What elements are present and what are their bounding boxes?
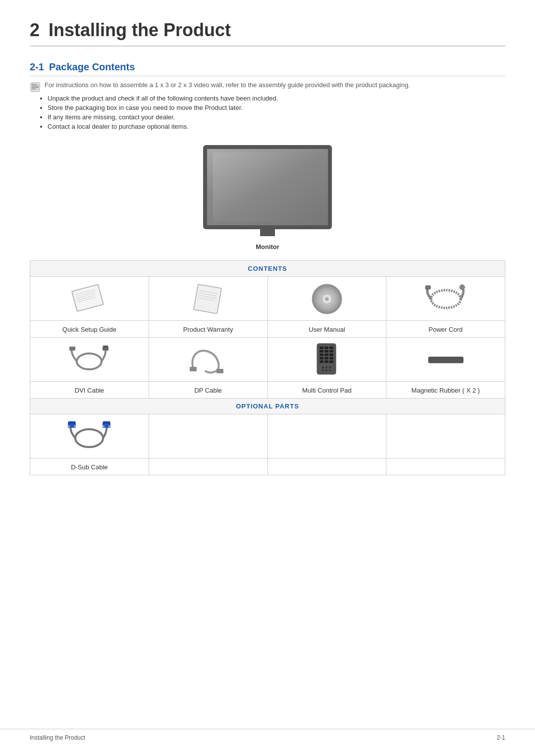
svg-point-57 <box>68 425 70 427</box>
svg-rect-56 <box>68 421 75 424</box>
monitor-image <box>203 145 332 229</box>
monitor-label: Monitor <box>256 243 279 251</box>
contents-label-row-1: Quick Setup Guide Product Warranty User … <box>30 321 505 338</box>
d-sub-cable-img <box>33 419 146 454</box>
svg-rect-33 <box>324 347 328 349</box>
svg-rect-44 <box>320 360 323 363</box>
svg-rect-30 <box>216 369 223 373</box>
contents-header-row: CONTENTS <box>30 261 505 277</box>
svg-point-22 <box>431 290 461 308</box>
optional-empty-1-cell <box>149 414 268 458</box>
bullet-list: Unpack the product and check if all of t… <box>48 95 505 130</box>
svg-rect-3 <box>32 87 39 88</box>
chapter-num: 2 <box>30 20 40 40</box>
svg-point-48 <box>325 366 327 368</box>
svg-point-47 <box>322 366 324 368</box>
d-sub-cable-label: D-Sub Cable <box>71 463 107 471</box>
optional-image-row <box>30 414 505 458</box>
footer-left: Installing the Product <box>30 734 85 741</box>
page-title: 2Installing the Product <box>30 20 505 47</box>
product-warranty-label: Product Warranty <box>183 326 233 333</box>
svg-rect-29 <box>190 367 197 371</box>
contents-table: CONTENTS <box>30 260 505 475</box>
svg-rect-42 <box>324 357 328 359</box>
footer-right: 2-1 <box>497 734 505 741</box>
contents-label-row-2: DVI Cable DP Cable Multi Control Pad Mag… <box>30 382 505 399</box>
svg-rect-36 <box>324 350 328 353</box>
user-manual-label-cell: User Manual <box>268 321 386 338</box>
svg-rect-35 <box>320 350 323 353</box>
product-warranty-cell <box>149 277 268 321</box>
monitor-section: Monitor <box>30 145 505 251</box>
dvi-cable-cell <box>30 338 149 382</box>
footer: Installing the Product 2-1 <box>0 729 535 741</box>
power-cord-img <box>389 282 502 316</box>
svg-point-58 <box>74 425 76 427</box>
product-warranty-label-cell: Product Warranty <box>149 321 268 338</box>
svg-rect-32 <box>320 347 323 349</box>
svg-rect-4 <box>32 89 36 90</box>
svg-rect-28 <box>103 346 108 348</box>
quick-setup-guide-img <box>33 282 146 316</box>
svg-point-54 <box>75 429 103 447</box>
optional-header-cell: OPTIONAL PARTS <box>30 399 505 414</box>
svg-point-62 <box>108 425 110 427</box>
svg-rect-13 <box>194 284 221 314</box>
multi-control-pad-label: Multi Control Pad <box>302 387 352 394</box>
contents-header-cell: CONTENTS <box>30 261 505 277</box>
svg-point-25 <box>77 353 102 369</box>
power-cord-label-cell: Power Cord <box>386 321 505 338</box>
dp-cable-label-cell: DP Cable <box>149 382 268 399</box>
magnetic-rubber-cell <box>386 338 505 382</box>
svg-rect-53 <box>428 357 463 363</box>
svg-rect-40 <box>329 353 333 356</box>
svg-rect-34 <box>329 347 333 349</box>
contents-image-row-1 <box>30 277 505 321</box>
multi-control-pad-label-cell: Multi Control Pad <box>268 382 386 399</box>
bullet-item-4: Contact a local dealer to purchase optio… <box>48 123 505 130</box>
dvi-cable-label: DVI Cable <box>75 387 104 394</box>
user-manual-label: User Manual <box>309 326 345 333</box>
contents-image-row-2 <box>30 338 505 382</box>
optional-header-row: OPTIONAL PARTS <box>30 399 505 414</box>
section-title: 2-1Package Contents <box>30 61 505 76</box>
svg-point-61 <box>103 425 105 427</box>
svg-rect-43 <box>329 357 333 359</box>
multi-control-pad-cell <box>268 338 386 382</box>
user-manual-cell <box>268 277 386 321</box>
user-manual-img <box>271 282 383 316</box>
dp-cable-label: DP Cable <box>194 387 221 394</box>
optional-empty-label-2 <box>268 458 386 475</box>
dvi-cable-label-cell: DVI Cable <box>30 382 149 399</box>
svg-rect-41 <box>320 357 323 359</box>
svg-point-24 <box>460 285 465 290</box>
svg-rect-1 <box>32 84 37 85</box>
dp-cable-img <box>152 343 265 377</box>
quick-setup-guide-label: Quick Setup Guide <box>62 326 116 333</box>
optional-label-row: D-Sub Cable <box>30 458 505 475</box>
bullet-item-2: Store the packaging box in case you need… <box>48 104 505 111</box>
section-title-text: Package Contents <box>49 61 135 72</box>
multi-control-pad-img <box>271 343 383 377</box>
product-warranty-img <box>152 282 265 316</box>
svg-rect-2 <box>32 86 39 87</box>
section-num: 2-1 <box>30 61 44 72</box>
monitor-svg <box>213 152 322 222</box>
d-sub-cable-label-cell: D-Sub Cable <box>30 458 149 475</box>
power-cord-label: Power Cord <box>428 326 463 333</box>
svg-point-52 <box>329 369 331 371</box>
optional-empty-2-cell <box>268 414 386 458</box>
svg-rect-39 <box>324 353 328 356</box>
svg-rect-45 <box>324 360 328 363</box>
svg-rect-60 <box>103 421 110 424</box>
magnetic-rubber-img <box>389 343 502 377</box>
chapter-title-text: Installing the Product <box>49 20 231 40</box>
note-text: For instructions on how to assemble a 1 … <box>45 81 410 89</box>
dvi-cable-img <box>33 343 146 377</box>
bullet-item-3: If any items are missing, contact your d… <box>48 113 505 121</box>
note-block: For instructions on how to assemble a 1 … <box>30 81 505 93</box>
optional-empty-3-cell <box>386 414 505 458</box>
svg-point-51 <box>325 369 327 371</box>
svg-rect-37 <box>329 350 333 353</box>
svg-point-50 <box>322 369 324 371</box>
